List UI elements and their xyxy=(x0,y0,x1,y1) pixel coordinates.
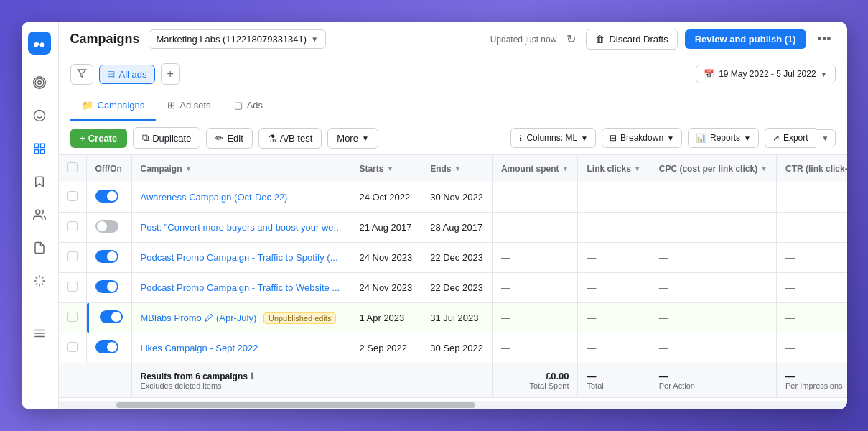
columns-icon: ⫶ xyxy=(518,133,523,143)
column-cpc[interactable]: CPC (cost per link click) ▼ xyxy=(650,155,776,182)
export-button[interactable]: ↗ Export xyxy=(765,128,816,148)
reports-button[interactable]: 📊 Reports ▼ xyxy=(688,128,759,148)
ab-test-button[interactable]: ⚗ A/B test xyxy=(258,128,322,149)
sort-icon: ▼ xyxy=(760,164,767,172)
add-filter-button[interactable]: + xyxy=(161,63,180,85)
account-name: Marketing Labs (112218079331341) xyxy=(157,34,307,45)
chevron-down-icon: ▼ xyxy=(821,70,828,78)
results-cpc-cell: — Per Action xyxy=(650,363,776,398)
refresh-button[interactable]: ↻ xyxy=(564,29,579,49)
sidebar-item-face[interactable] xyxy=(29,106,50,126)
tab-adsets[interactable]: ⊞ Ad sets xyxy=(156,91,222,121)
row-checkbox[interactable] xyxy=(67,191,78,201)
row-ctr-cell: — xyxy=(777,213,847,243)
results-summary-row: Results from 6 campaigns ℹ Excludes dele… xyxy=(59,363,847,398)
sort-icon: ▼ xyxy=(454,164,462,172)
row-clicks-cell: — xyxy=(578,243,650,273)
duplicate-icon: ⧉ xyxy=(142,132,149,144)
campaigns-icon: 📁 xyxy=(82,100,93,111)
breakdown-button[interactable]: ⊟ Breakdown ▼ xyxy=(602,128,682,148)
column-ends[interactable]: Ends ▼ xyxy=(421,155,493,182)
account-selector[interactable]: Marketing Labs (112218079331341) ▼ xyxy=(149,29,327,49)
column-link-clicks[interactable]: Link clicks ▼ xyxy=(578,155,650,182)
column-ctr[interactable]: CTR (link click-through rate) ▼ xyxy=(777,155,847,182)
more-options-button[interactable]: ••• xyxy=(813,29,836,50)
adsets-icon: ⊞ xyxy=(167,100,175,111)
row-clicks-cell: — xyxy=(578,213,650,243)
table-row: Post: "Convert more buyers and boost you… xyxy=(59,213,847,243)
row-checkbox-cell xyxy=(59,182,87,213)
date-range-selector[interactable]: 📅 19 May 2022 - 5 Jul 2022 ▼ xyxy=(696,65,835,83)
row-checkbox[interactable] xyxy=(67,282,78,292)
column-starts[interactable]: Starts ▼ xyxy=(350,155,421,182)
sidebar-item-people[interactable] xyxy=(29,205,50,225)
row-campaign-cell: Podcast Promo Campaign - Traffic to Spot… xyxy=(131,243,350,273)
svg-point-11 xyxy=(36,210,40,214)
edit-icon: ✏ xyxy=(215,133,223,144)
scrollbar-thumb[interactable] xyxy=(116,402,475,408)
row-checkbox-cell xyxy=(59,243,87,273)
campaign-toggle[interactable] xyxy=(95,280,118,293)
campaign-toggle[interactable] xyxy=(95,220,118,233)
row-ends-cell: 30 Nov 2022 xyxy=(421,182,493,213)
campaign-toggle[interactable] xyxy=(95,190,118,203)
row-clicks-cell: — xyxy=(578,273,650,303)
row-checkbox[interactable] xyxy=(67,251,78,261)
row-amount-cell: — xyxy=(492,182,578,213)
campaign-name-link[interactable]: Podcast Promo Campaign - Traffic to Webs… xyxy=(141,282,340,293)
column-campaign[interactable]: Campaign ▼ xyxy=(131,155,350,182)
calendar-icon: 📅 xyxy=(704,69,714,79)
sidebar-item-bookmark[interactable] xyxy=(29,172,50,192)
row-amount-cell: — xyxy=(492,243,578,273)
sidebar-item-menu[interactable] xyxy=(29,323,50,343)
row-checkbox[interactable] xyxy=(67,342,78,352)
campaign-toggle[interactable] xyxy=(95,340,118,353)
row-checkbox[interactable] xyxy=(67,312,78,322)
campaign-name-link[interactable]: MBlabs Promo 🖊 (Apr-July) xyxy=(141,312,257,323)
results-ends-cell xyxy=(421,363,493,398)
more-button[interactable]: More ▼ xyxy=(327,128,378,149)
row-starts-cell: 1 Apr 2023 xyxy=(350,303,421,333)
campaign-name-link[interactable]: Likes Campaign - Sept 2022 xyxy=(141,343,258,353)
edit-button[interactable]: ✏ Edit xyxy=(206,128,252,149)
discard-drafts-button[interactable]: 🗑 Discard Drafts xyxy=(586,29,677,50)
campaign-toggle[interactable] xyxy=(95,250,118,263)
all-ads-filter[interactable]: ▤ All ads xyxy=(99,65,155,84)
sort-icon: ▼ xyxy=(634,164,641,172)
tab-ads[interactable]: ▢ Ads xyxy=(223,91,274,121)
column-amount-spent[interactable]: Amount spent ▼ xyxy=(492,155,578,182)
svg-rect-7 xyxy=(34,144,38,147)
chevron-down-icon: ▼ xyxy=(667,134,674,142)
create-button[interactable]: + Create xyxy=(70,129,128,148)
campaign-name-link[interactable]: Podcast Promo Campaign - Traffic to Spot… xyxy=(141,252,338,263)
export-dropdown-button[interactable]: ▼ xyxy=(816,129,836,147)
sidebar-item-target[interactable] xyxy=(29,73,50,93)
review-publish-button[interactable]: Review and publish (1) xyxy=(685,29,806,49)
sidebar-item-grid[interactable] xyxy=(29,139,50,159)
sidebar-item-docs[interactable] xyxy=(29,238,50,258)
svg-rect-8 xyxy=(41,144,45,147)
select-all-checkbox[interactable] xyxy=(67,162,78,172)
column-offon[interactable]: Off/On xyxy=(86,155,131,182)
row-starts-cell: 21 Aug 2017 xyxy=(350,213,421,243)
tab-campaigns[interactable]: 📁 Campaigns xyxy=(70,91,157,121)
row-cpc-cell: — xyxy=(650,303,776,333)
row-toggle-cell xyxy=(86,243,131,273)
svg-marker-15 xyxy=(78,69,86,77)
duplicate-button[interactable]: ⧉ Duplicate xyxy=(133,127,200,149)
row-toggle-cell xyxy=(86,182,131,213)
unpublished-badge: Unpublished edits xyxy=(263,312,336,324)
chevron-down-icon: ▼ xyxy=(581,134,588,142)
svg-point-2 xyxy=(35,78,44,87)
horizontal-scrollbar[interactable] xyxy=(59,401,847,409)
row-checkbox[interactable] xyxy=(67,221,78,231)
campaign-toggle[interactable] xyxy=(100,310,123,323)
columns-button[interactable]: ⫶ Columns: ML ▼ xyxy=(510,128,596,148)
results-clicks-cell: — Total xyxy=(578,363,650,398)
sort-icon: ▼ xyxy=(562,164,569,172)
campaign-name-link[interactable]: Awareness Campaign (Oct-Dec 22) xyxy=(141,192,288,203)
filter-button[interactable] xyxy=(70,64,93,85)
svg-point-4 xyxy=(34,111,45,121)
sidebar-item-megaphone[interactable] xyxy=(29,271,50,291)
campaign-name-link[interactable]: Post: "Convert more buyers and boost you… xyxy=(141,222,342,233)
